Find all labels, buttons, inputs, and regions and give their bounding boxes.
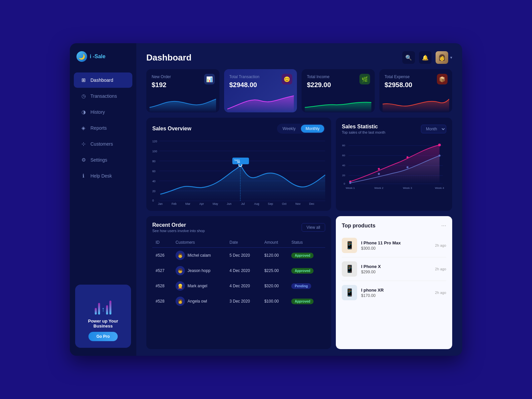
svg-text:0: 0 — [344, 182, 345, 185]
svg-text:Jun: Jun — [227, 202, 231, 205]
search-button[interactable]: 🔍 — [402, 51, 415, 64]
svg-text:Week 4: Week 4 — [435, 187, 444, 190]
svg-point-45 — [349, 182, 351, 184]
svg-text:0: 0 — [152, 199, 154, 202]
sales-overview-title: Sales Overview — [152, 126, 191, 132]
monthly-toggle[interactable]: Monthly — [301, 125, 324, 133]
status-badge: Pending — [291, 283, 311, 289]
sidebar-label-customers: Customers — [90, 141, 113, 147]
sales-statistic-subtitle: Top sales of the last month — [342, 130, 385, 134]
customer-avatar: 👦 — [176, 266, 185, 275]
svg-text:20: 20 — [342, 174, 345, 177]
order-customer: 👱 Mark angel — [172, 278, 226, 294]
search-icon: 🔍 — [405, 55, 412, 61]
customer-avatar: 👨 — [176, 251, 185, 260]
product-price: $300.00 — [361, 246, 431, 251]
sidebar-item-transactions[interactable]: ◷Transactions — [74, 88, 132, 104]
col-amount: Amount — [261, 237, 288, 248]
helpdesk-icon: ℹ — [80, 173, 86, 179]
sales-overview-chart: 120 100 80 60 40 20 0 — [152, 138, 325, 205]
promo-illustration: ↑ — [82, 291, 124, 315]
product-item[interactable]: 📱 I Phone 11 Pro Max $300.00 2h ago — [342, 234, 446, 257]
top-products-header: Top products ··· — [342, 222, 446, 229]
recent-order-card: Recent Order See how users involve into … — [146, 216, 331, 349]
svg-text:Oct: Oct — [282, 202, 287, 205]
order-customer: 👩 Angela owl — [172, 294, 226, 309]
svg-point-48 — [439, 155, 441, 157]
sidebar-promo: ↑ Power up Your Business Go Pro — [75, 285, 131, 348]
product-time: 2h ago — [435, 267, 446, 271]
customer-avatar: 👱 — [176, 281, 185, 291]
svg-text:Aug: Aug — [254, 202, 259, 205]
order-amount: $100.00 — [261, 294, 288, 309]
page-title: Dashboard — [146, 53, 192, 63]
sales-statistic-header: Sales Statistic Top sales of the last mo… — [342, 124, 446, 134]
stat-chart-new-order — [146, 94, 219, 112]
product-name: I phone XR — [361, 288, 431, 293]
product-price: $170.00 — [361, 293, 431, 298]
sales-statistic-title: Sales Statistic — [342, 124, 385, 130]
promo-title: Power up Your Business — [82, 319, 124, 329]
sidebar-item-helpdesk[interactable]: ℹHelp Desk — [74, 168, 132, 184]
promo-bar — [106, 305, 108, 315]
order-date: 4 Dec 2020 — [226, 263, 261, 278]
svg-point-43 — [406, 156, 408, 158]
sidebar-label-history: History — [90, 109, 105, 115]
svg-text:60: 60 — [342, 154, 345, 157]
status-badge: Approved — [291, 268, 314, 274]
sales-overview-header: Sales Overview Weekly Monthly — [152, 124, 325, 134]
app-container: 🌙 i -Sale ⊞Dashboard◷Transactions◑Histor… — [70, 43, 462, 356]
stat-icon-total-transaction: 😊 — [282, 74, 292, 84]
sidebar-item-settings[interactable]: ⚙Settings — [74, 152, 132, 168]
view-all-button[interactable]: View all — [302, 223, 325, 232]
notification-button[interactable]: 🔔 — [419, 51, 432, 64]
svg-point-42 — [378, 168, 380, 170]
svg-text:Week 1: Week 1 — [346, 187, 355, 190]
order-status: Approved — [288, 263, 325, 278]
main-content: Dashboard 🔍 🔔 👩 ▾ New Order $192 📊 — [136, 43, 462, 356]
sidebar-label-transactions: Transactions — [90, 93, 117, 99]
svg-text:Nov: Nov — [295, 202, 301, 205]
go-pro-button[interactable]: Go Pro — [88, 332, 118, 341]
sidebar-item-customers[interactable]: ⊹Customers — [74, 136, 132, 152]
promo-bar — [95, 308, 97, 315]
avatar-area[interactable]: 👩 ▾ — [436, 51, 452, 64]
order-amount: $120.00 — [261, 248, 288, 263]
sales-statistic-titles: Sales Statistic Top sales of the last mo… — [342, 124, 385, 134]
month-select[interactable]: Month — [421, 125, 446, 133]
order-status: Approved — [288, 294, 325, 309]
weekly-toggle[interactable]: Weekly — [278, 125, 300, 133]
order-id: #526 — [152, 248, 172, 263]
order-customer: 👦 Jeason hopp — [172, 263, 226, 278]
order-id: #528 — [152, 294, 172, 309]
svg-text:50: 50 — [237, 161, 240, 164]
svg-text:Week 3: Week 3 — [403, 187, 412, 190]
customer-avatar: 👩 — [176, 297, 185, 306]
table-row: #528 👱 Mark angel 4 Dec 2020 $320.00 Pen… — [152, 278, 325, 294]
svg-text:120: 120 — [152, 140, 157, 143]
svg-text:May: May — [213, 202, 218, 205]
sidebar-item-dashboard[interactable]: ⊞Dashboard — [74, 72, 132, 88]
svg-text:60: 60 — [152, 170, 156, 173]
stat-chart-total-income — [302, 94, 375, 112]
product-item[interactable]: 📱 I Phone X $299.00 2h ago — [342, 257, 446, 281]
col-customers: Customers — [172, 237, 226, 248]
product-item[interactable]: 📱 I phone XR $170.00 2h ago — [342, 281, 446, 304]
col-date: Date — [226, 237, 261, 248]
order-id: #527 — [152, 263, 172, 278]
table-row: #527 👦 Jeason hopp 4 Dec 2020 $225.00 Ap… — [152, 263, 325, 278]
sidebar-item-history[interactable]: ◑History — [74, 104, 132, 120]
svg-text:20: 20 — [152, 190, 156, 193]
status-badge: Approved — [291, 253, 314, 258]
stat-card-total-income: Total Income $229.00 🌿 — [302, 69, 375, 112]
svg-text:100: 100 — [152, 150, 157, 153]
top-products-card: Top products ··· 📱 I Phone 11 Pro Max $3… — [336, 216, 452, 349]
svg-text:80: 80 — [152, 160, 156, 163]
sidebar: 🌙 i -Sale ⊞Dashboard◷Transactions◑Histor… — [70, 43, 136, 356]
sidebar-item-reports[interactable]: ◈Reports — [74, 120, 132, 136]
product-time: 2h ago — [435, 243, 446, 247]
sales-statistic-card: Sales Statistic Top sales of the last mo… — [336, 118, 452, 211]
more-options-icon[interactable]: ··· — [441, 222, 446, 229]
middle-row: Sales Overview Weekly Monthly 120 100 80 — [146, 118, 452, 211]
svg-text:Jul: Jul — [241, 202, 245, 205]
